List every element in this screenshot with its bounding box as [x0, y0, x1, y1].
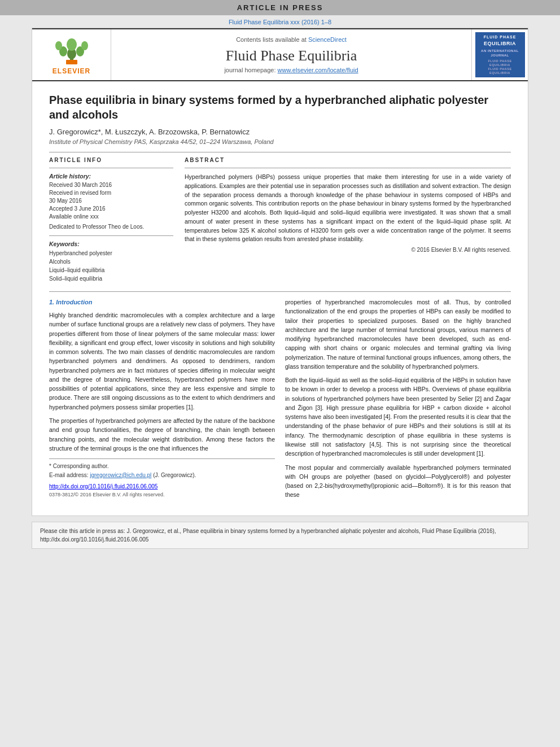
footnote-section: * Corresponding author. E-mail address: …: [49, 458, 275, 479]
right-para2: Both the liquid–liquid as well as the so…: [285, 375, 511, 458]
elsevier-logo: ELSEVIER: [52, 34, 91, 75]
received-date: Received 30 March 2016: [49, 181, 173, 189]
journal-ref-line: Fluid Phase Equilibria xxx (2016) 1–8: [32, 19, 528, 25]
divider-abstract: [185, 168, 511, 168]
homepage-label: journal homepage:: [224, 67, 275, 73]
right-para1: properties of hyperbranched macromolecul…: [285, 298, 511, 371]
citation-text: Please cite this article in press as: J.…: [40, 528, 496, 543]
contents-line: Contents lists available at ScienceDirec…: [236, 36, 347, 43]
email-label: E-mail address:: [49, 472, 88, 478]
divider-info: [49, 168, 173, 168]
paper-affiliation: Institute of Physical Chemistry PAS, Kas…: [49, 138, 511, 145]
body-col-right: properties of hyperbranched macromolecul…: [285, 298, 511, 504]
dedicated-line: Dedicated to Professor Theo de Loos.: [49, 223, 173, 231]
email-link[interactable]: jgregorowicz@ich.edu.pl: [90, 472, 151, 478]
accepted-date: Accepted 3 June 2016: [49, 205, 173, 213]
intro-para2: The properties of hyperbranched polymers…: [49, 416, 275, 453]
paper-container: ELSEVIER Contents lists available at Sci…: [32, 28, 528, 516]
homepage-url[interactable]: www.elsevier.com/locate/fluid: [278, 67, 358, 73]
elsevier-wordmark: ELSEVIER: [53, 67, 90, 75]
corresponding-author: * Corresponding author.: [49, 462, 275, 471]
divider-body: [49, 291, 511, 292]
keyword-2: Alcohols: [49, 257, 173, 266]
svg-point-6: [81, 41, 88, 50]
online-date: Available online xxx: [49, 213, 173, 221]
history-label: Article history:: [49, 173, 173, 180]
contents-text: Contents lists available at: [236, 36, 307, 43]
email-line: E-mail address: jgregorowicz@ich.edu.pl …: [49, 471, 275, 480]
rights-line: 0378-3812/© 2016 Elsevier B.V. All right…: [49, 491, 275, 499]
journal-header: ELSEVIER Contents lists available at Sci…: [32, 28, 528, 81]
svg-rect-7: [66, 60, 77, 64]
revised-date: 30 May 2016: [49, 197, 173, 205]
info-abstract-section: ARTICLE INFO Article history: Received 3…: [49, 157, 511, 283]
banner-text: ARTICLE IN PRESS: [237, 3, 323, 12]
abstract-col: ABSTRACT Hyperbranched polymers (HBPs) p…: [185, 157, 511, 283]
journal-logo-right: FLUID PHASE EQUILIBRIA AN INTERNATIONAL …: [471, 29, 528, 80]
svg-point-5: [67, 38, 77, 51]
keyword-3: Liquid–liquid equilibria: [49, 266, 173, 274]
article-info-col: ARTICLE INFO Article history: Received 3…: [49, 157, 173, 283]
elsevier-tree-icon: [52, 34, 91, 65]
journal-header-center: Contents lists available at ScienceDirec…: [111, 29, 471, 80]
intro-heading: 1. Introduction: [49, 298, 275, 307]
journal-logo-text: FLUID PHASE EQUILIBRIA AN INTERNATIONAL …: [478, 34, 523, 76]
email-suffix: (J. Gregorowicz).: [153, 472, 196, 478]
article-in-press-banner: ARTICLE IN PRESS: [0, 0, 560, 15]
article-info-label: ARTICLE INFO: [49, 157, 173, 163]
journal-ref-text: Fluid Phase Equilibria xxx (2016) 1–8: [229, 19, 331, 25]
abstract-text: Hyperbranched polymers (HBPs) possess un…: [185, 173, 511, 244]
journal-homepage: journal homepage: www.elsevier.com/locat…: [224, 67, 358, 73]
elsevier-logo-area: ELSEVIER: [32, 29, 111, 80]
body-col-left: 1. Introduction Highly branched dendriti…: [49, 298, 275, 504]
journal-title-header: Fluid Phase Equilibria: [226, 47, 357, 64]
revised-label: Received in revised form: [49, 189, 173, 197]
keywords-label: Keywords:: [49, 241, 173, 247]
keywords-section: Keywords: Hyperbranched polyester Alcoho…: [49, 241, 173, 283]
svg-point-4: [55, 41, 62, 50]
divider-keywords: [49, 235, 173, 236]
paper-content: Phase equilibria in binary systems forme…: [32, 81, 528, 516]
copyright-line: © 2016 Elsevier B.V. All rights reserved…: [185, 247, 511, 253]
abstract-label: ABSTRACT: [185, 157, 511, 163]
keyword-4: Solid–liquid equilibria: [49, 274, 173, 283]
keyword-1: Hyperbranched polyester: [49, 249, 173, 257]
sciencedirect-link[interactable]: ScienceDirect: [308, 36, 347, 43]
body-section: 1. Introduction Highly branched dendriti…: [49, 298, 511, 504]
right-para3: The most popular and commercially availa…: [285, 463, 511, 500]
divider-top: [49, 152, 511, 152]
intro-para1: Highly branched dendritic macromolecules…: [49, 311, 275, 412]
paper-title: Phase equilibria in binary systems forme…: [49, 93, 511, 122]
authors-text: J. Gregorowicz*, M. Łuszczyk, A. Brzozow…: [49, 128, 250, 136]
paper-authors: J. Gregorowicz*, M. Łuszczyk, A. Brzozow…: [49, 128, 511, 136]
doi-url[interactable]: http://dx.doi.org/10.1016/j.fluid.2016.0…: [49, 483, 158, 490]
doi-line: http://dx.doi.org/10.1016/j.fluid.2016.0…: [49, 482, 275, 491]
journal-logo-box: FLUID PHASE EQUILIBRIA AN INTERNATIONAL …: [475, 32, 525, 77]
citation-bar: Please cite this article in press as: J.…: [32, 522, 528, 549]
